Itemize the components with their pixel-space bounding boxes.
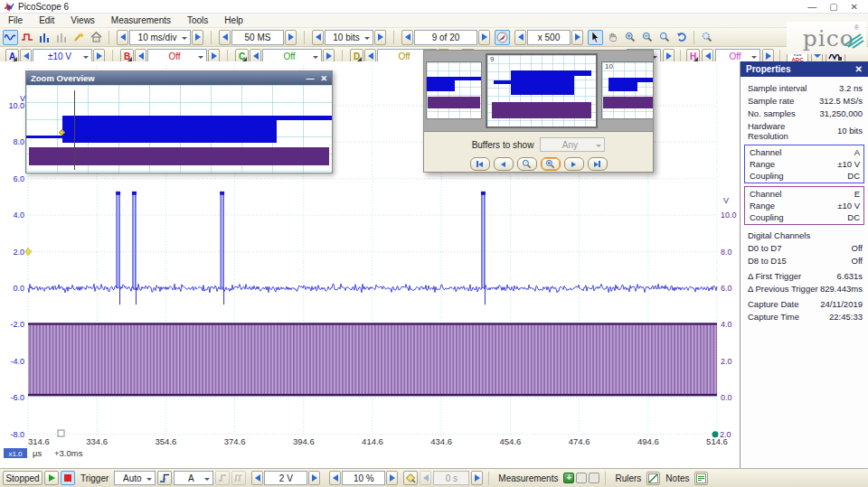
pretrigger-field[interactable]: 10 % <box>342 471 385 485</box>
pan-tool-button[interactable] <box>605 30 620 45</box>
menu-views[interactable]: Views <box>62 14 103 26</box>
zoom-overview-window: Zoom Overview — ✕ <box>25 70 333 173</box>
timebase-select[interactable]: 10 ms/div <box>129 30 191 45</box>
menu-edit[interactable]: Edit <box>31 14 62 26</box>
pretrigger-up[interactable] <box>386 471 398 485</box>
holdoff-down[interactable] <box>420 471 431 485</box>
resolution-next-button[interactable] <box>374 30 386 45</box>
svg-text:2.0: 2.0 <box>721 357 732 366</box>
pretrigger-down[interactable] <box>329 471 341 485</box>
overview-zoom-region-cursor[interactable] <box>74 90 75 170</box>
trigger-level-group: 2 V <box>251 471 320 485</box>
auto-setup-button[interactable] <box>71 30 87 45</box>
maximize-button[interactable]: ▢ <box>829 2 837 12</box>
trigger-source-select[interactable]: A <box>174 471 213 485</box>
trigger-level-field[interactable]: 2 V <box>264 471 307 485</box>
buffer-next-button[interactable] <box>564 157 584 171</box>
zoom-full-button[interactable] <box>699 30 714 45</box>
menu-help[interactable]: Help <box>216 14 251 26</box>
prop-previous-trigger: Δ Previous Trigger829.443ms <box>741 282 868 295</box>
add-measurement-button[interactable]: + <box>563 473 574 483</box>
rulers-settings-button[interactable] <box>646 472 660 485</box>
resolution-prev-button[interactable] <box>312 30 324 45</box>
scope-view-button[interactable] <box>3 30 18 45</box>
zoom-out-step-button[interactable] <box>514 30 526 45</box>
timebase-next-button[interactable] <box>192 30 203 45</box>
notes-button[interactable] <box>694 472 708 485</box>
samples-decrease-button[interactable] <box>219 30 231 45</box>
trigger-level-down[interactable] <box>251 471 263 485</box>
zoom-in-step-button[interactable] <box>571 30 583 45</box>
trigger-mode-select[interactable]: Auto <box>114 471 156 485</box>
buffer-previous-button[interactable] <box>494 157 514 171</box>
resolution-group: 10 bits <box>312 30 386 45</box>
zoom-overview-titlebar[interactable]: Zoom Overview — ✕ <box>26 71 332 85</box>
buffer-overview-button[interactable] <box>495 30 510 45</box>
menu-measurements[interactable]: Measurements <box>103 14 179 26</box>
svg-text:6.0: 6.0 <box>721 284 732 293</box>
trigger-label: Trigger <box>77 473 112 483</box>
chevron-down-icon <box>596 145 601 150</box>
zoom-factor-field[interactable]: x 500 <box>527 30 571 45</box>
delete-measurement-button[interactable] <box>589 473 599 483</box>
prop-hardware-resolution: Hardware Resolution10 bits <box>741 119 868 142</box>
zoom-overview-canvas[interactable] <box>26 85 332 173</box>
spectrum-view-button[interactable] <box>37 30 52 45</box>
svg-text:0.0: 0.0 <box>13 284 24 293</box>
prop-sample-rate: Sample rate312.5 MS/s <box>741 94 868 107</box>
rapid-trigger-button[interactable] <box>231 471 246 485</box>
menu-bar: File Edit Views Measurements Tools Help <box>0 14 868 28</box>
buffer-next-button[interactable] <box>478 30 490 45</box>
buffer-zoom-out-button[interactable] <box>517 157 537 171</box>
zoom-in-tool-button[interactable] <box>622 30 637 45</box>
zoom-out-tool-button[interactable] <box>639 30 655 45</box>
zoom-selection-tool-button[interactable] <box>656 30 672 45</box>
prop-d8-d15: D8 to D15Off <box>741 254 868 267</box>
trigger-edge-button[interactable] <box>157 471 172 485</box>
edit-measurement-button[interactable] <box>576 473 587 483</box>
start-button[interactable] <box>44 471 59 485</box>
overview-channel-a-lead <box>26 136 62 138</box>
xy-view-button[interactable] <box>54 30 70 45</box>
buffer-thumbnail-9[interactable]: 9 <box>486 53 598 128</box>
window-title: PicoScope 6 <box>18 2 69 12</box>
prop-first-trigger: Δ First Trigger6.631s <box>741 269 868 282</box>
select-tool-button[interactable] <box>588 30 603 45</box>
close-button[interactable]: ✕ <box>851 2 858 12</box>
trigger-marker-button[interactable] <box>403 471 418 485</box>
samples-increase-button[interactable] <box>285 30 297 45</box>
svg-text:-4.0: -4.0 <box>10 357 24 366</box>
buffer-prev-button[interactable] <box>401 30 413 45</box>
holdoff-field[interactable]: 0 s <box>433 471 469 485</box>
rulers-label: Rulers <box>611 473 645 483</box>
buffer-last-button[interactable] <box>588 157 608 171</box>
single-trigger-button[interactable] <box>215 471 230 485</box>
timebase-prev-button[interactable] <box>117 30 128 45</box>
rulers-icon <box>648 473 658 483</box>
undo-zoom-button[interactable] <box>674 30 689 45</box>
buffer-popup-controls: Buffers to show Any <box>424 132 653 171</box>
holdoff-up[interactable] <box>471 471 483 485</box>
buffer-zoom-in-button[interactable] <box>541 157 561 171</box>
zoom-overview-close-button[interactable]: ✕ <box>320 74 327 83</box>
stop-button[interactable] <box>61 471 75 485</box>
buffers-filter-select[interactable]: Any <box>540 137 605 152</box>
trigger-level-up[interactable] <box>308 471 320 485</box>
buffer-nav-group: 9 of 20 <box>401 30 490 45</box>
buffer-thumbnail-8[interactable] <box>426 61 482 119</box>
prop-capture-time: Capture Time22:45:33 <box>741 310 868 323</box>
buffer-thumbnail-10[interactable]: 10 <box>601 61 653 119</box>
properties-close-button[interactable]: ✕ <box>855 64 863 74</box>
persistence-view-button[interactable] <box>20 30 35 45</box>
samples-field[interactable]: 50 MS <box>231 30 284 45</box>
menu-file[interactable]: File <box>0 14 31 26</box>
menu-tools[interactable]: Tools <box>179 14 216 26</box>
home-button[interactable] <box>89 30 104 45</box>
zoom-overview-minimize-button[interactable]: — <box>306 74 314 83</box>
resolution-select[interactable]: 10 bits <box>325 30 373 45</box>
minimize-button[interactable]: — <box>807 2 816 12</box>
svg-text:514.6: 514.6 <box>706 436 728 446</box>
buffer-position-field[interactable]: 9 of 20 <box>414 30 477 45</box>
capture-state-button[interactable]: Stopped <box>3 471 42 485</box>
buffer-first-button[interactable] <box>470 157 490 171</box>
